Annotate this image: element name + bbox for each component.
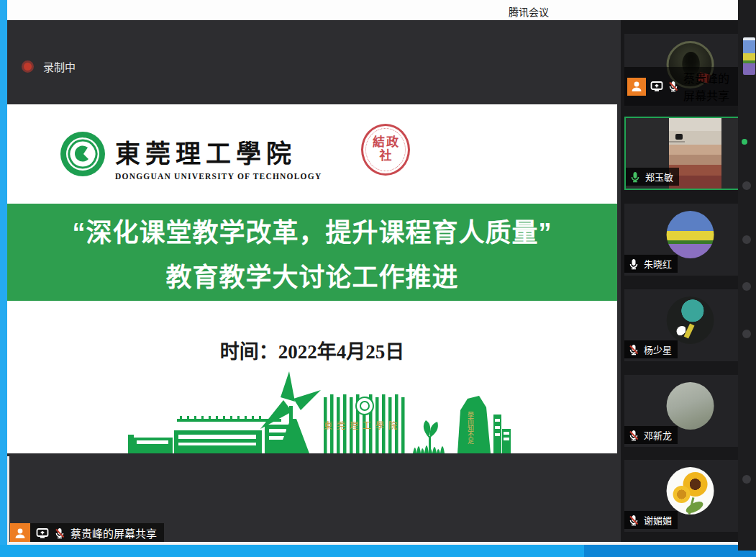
participant-namebar: 郑玉敏 [626, 168, 679, 186]
screen-share-icon [650, 80, 663, 93]
participant-name: 谢媚媚 [644, 513, 672, 527]
screen-share-label: 蔡贵峰的屏幕共享 [70, 525, 157, 540]
participant-namebar: 蔡贵峰的屏幕共享 [624, 67, 740, 106]
slide-title-line2: 教育教学大讨论工作推进 [165, 256, 458, 294]
university-name-cn: 東莞理工學院 [115, 133, 352, 170]
university-name-en: DONGGUAN UNIVERSITY OF TECHNOLOGY [115, 172, 352, 181]
slide-date: 时间：2022年4月25日 [7, 336, 617, 364]
slide-title-banner: “深化课堂教学改革，提升课程育人质量” 教育教学大讨论工作推进 [7, 204, 617, 301]
participant-namebar: 邓新龙 [624, 426, 678, 444]
mic-muted-icon [628, 515, 639, 526]
university-name-block: 東莞理工學院 DONGGUAN UNIVERSITY OF TECHNOLOGY [115, 133, 352, 181]
participant-namebar: 杨少星 [624, 340, 678, 358]
participant-namebar: 谢媚媚 [624, 511, 678, 529]
avatar [666, 211, 714, 258]
recording-label: 录制中 [43, 59, 76, 74]
screen-share-icon [36, 527, 49, 540]
participant-name: 郑玉敏 [645, 170, 673, 184]
record-dot-icon [22, 60, 34, 73]
mic-on-icon [628, 258, 639, 270]
participant-name: 蔡贵峰的屏幕共享 [683, 69, 737, 104]
background-panel-icon [742, 330, 751, 338]
participant-tile-zhuxiaohong[interactable]: 朱晓红 [624, 204, 740, 276]
mic-muted-icon [628, 430, 639, 441]
participant-namebar: 朱晓红 [624, 255, 678, 273]
shared-screen-slide: 東莞理工學院 DONGGUAN UNIVERSITY OF TECHNOLOGY… [7, 104, 617, 453]
background-window-bottom-edge [0, 545, 584, 557]
background-window-left-edge [0, 0, 7, 557]
gate-name-text: 東莞理工學院 [324, 421, 401, 431]
participant-tile-yangshaoxing[interactable]: 杨少星 [624, 289, 740, 361]
university-logo-icon [59, 130, 106, 178]
participant-tile-zhengyumin[interactable]: 郑玉敏 [624, 117, 740, 190]
window-title: 腾讯会议 [482, 4, 575, 19]
presenter-icon [627, 78, 646, 96]
mic-active-icon [629, 171, 641, 183]
participant-name: 邓新龙 [644, 428, 672, 442]
screen-share-banner[interactable]: 蔡贵峰的屏幕共享 [10, 523, 164, 543]
window-titlebar: 腾讯会议 [7, 0, 738, 20]
mic-muted-icon [668, 81, 679, 92]
mic-muted-icon [54, 527, 65, 539]
status-dot-green [742, 139, 747, 145]
background-panel-thumbnail [743, 37, 755, 75]
participant-name: 朱晓红 [644, 257, 672, 271]
seal-text: 結政社 [371, 135, 401, 163]
participant-name: 杨少星 [644, 343, 672, 356]
participant-tile-caiguifeng[interactable]: 蔡贵峰的屏幕共享 [624, 34, 740, 106]
background-panel-icon [742, 475, 751, 484]
participants-sidebar: 蔡贵峰的屏幕共享 郑玉敏 朱晓红 [621, 20, 741, 543]
window-edge [7, 456, 9, 543]
background-panel-icon [742, 181, 751, 190]
background-panel-strip [738, 0, 756, 551]
avatar [666, 467, 714, 515]
recording-indicator[interactable]: 录制中 [22, 59, 76, 74]
campus-skyline-illustration: 東莞理工學院 學而知不足 [108, 368, 511, 453]
rock-motto-text: 學而知不足 [467, 411, 474, 445]
background-panel-icon [742, 235, 751, 244]
participant-tile-dengxinlong[interactable]: 邓新龙 [624, 375, 740, 447]
avatar [666, 382, 714, 430]
background-window-bottom-edge-dark [584, 545, 756, 557]
window-edge [7, 542, 738, 545]
mic-muted-icon [628, 344, 639, 356]
slide-title-line1: “深化课堂教学改革，提升课程育人质量” [72, 212, 552, 249]
avatar [666, 296, 714, 344]
society-seal-icon: 結政社 [358, 121, 413, 178]
background-panel-icon [742, 282, 751, 291]
participant-tile-xiemeimei[interactable]: 谢媚媚 [624, 460, 740, 532]
presenter-icon [10, 523, 30, 543]
